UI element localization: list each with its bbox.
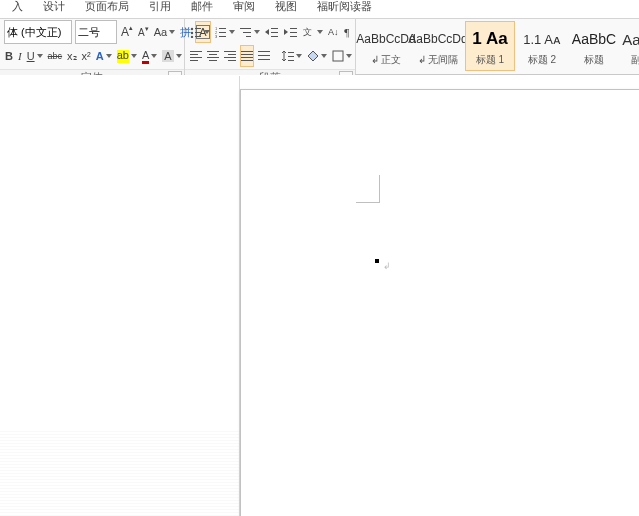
grow-font-button[interactable]: A▴ (120, 21, 134, 43)
svg-rect-43 (288, 52, 294, 53)
svg-rect-25 (190, 54, 198, 55)
style-item-0[interactable]: AaBbCcDd↲ 正文 (361, 21, 411, 71)
align-left-button[interactable] (189, 45, 203, 67)
svg-rect-46 (333, 51, 343, 61)
svg-rect-39 (241, 60, 253, 61)
svg-rect-34 (224, 57, 236, 58)
svg-rect-38 (241, 57, 253, 58)
svg-rect-31 (209, 60, 217, 61)
menu-references[interactable]: 引用 (139, 0, 181, 12)
align-right-button[interactable] (223, 45, 237, 67)
distribute-button[interactable] (257, 45, 271, 67)
sort-button[interactable]: A↓ (327, 21, 340, 43)
style-label: 标题 2 (528, 53, 556, 67)
svg-rect-33 (228, 54, 236, 55)
style-preview: AaBbCcDd (356, 25, 415, 53)
paragraph-group: 123 文 A↓ ¶ 段落 ↘ (185, 19, 356, 74)
text-direction-button[interactable]: 文 (302, 21, 324, 43)
svg-rect-14 (246, 36, 251, 37)
svg-rect-20 (290, 28, 297, 29)
svg-rect-28 (207, 51, 219, 52)
svg-rect-27 (190, 60, 198, 61)
font-name-combo[interactable] (4, 20, 72, 44)
menu-bar: 入 设计 页面布局 引用 邮件 审阅 视图 福昕阅读器 (0, 0, 639, 18)
document-page[interactable]: ↲ (240, 89, 639, 516)
svg-marker-19 (284, 29, 288, 35)
svg-rect-1 (195, 28, 201, 29)
ribbon: A▴ A▾ Aa 拼 A B I U abc x₂ x² A ab A A 字体… (0, 18, 639, 75)
strike-button[interactable]: abc (47, 45, 64, 67)
change-case-button[interactable]: Aa (153, 21, 176, 43)
style-item-4[interactable]: AaBbC标题 (569, 21, 619, 71)
menu-insert[interactable]: 入 (2, 0, 33, 12)
style-label: ↲ 正文 (371, 53, 402, 67)
svg-point-4 (191, 36, 193, 38)
menu-review[interactable]: 审阅 (223, 0, 265, 12)
multilevel-list-button[interactable] (239, 21, 261, 43)
shading-button[interactable] (306, 45, 328, 67)
highlight-button[interactable]: ab (116, 45, 138, 67)
svg-rect-36 (241, 51, 253, 52)
svg-rect-24 (190, 51, 202, 52)
numbering-button[interactable]: 123 (214, 21, 236, 43)
underline-button[interactable]: U (26, 45, 44, 67)
svg-point-2 (191, 32, 193, 34)
style-item-1[interactable]: AaBbCcDd↲ 无间隔 (413, 21, 463, 71)
text-effects-button[interactable]: A (95, 45, 113, 67)
svg-text:文: 文 (303, 27, 312, 37)
style-preview: 1.1 Aᴀ (523, 25, 561, 53)
increase-indent-button[interactable] (283, 21, 299, 43)
menu-foxit-reader[interactable]: 福昕阅读器 (307, 0, 382, 12)
bullets-button[interactable] (189, 21, 211, 43)
superscript-button[interactable]: x² (81, 45, 92, 67)
font-group: A▴ A▾ Aa 拼 A B I U abc x₂ x² A ab A A 字体… (0, 19, 185, 74)
style-item-2[interactable]: 1 Aa标题 1 (465, 21, 515, 71)
borders-button[interactable] (331, 45, 353, 67)
svg-rect-5 (195, 36, 201, 37)
svg-rect-16 (271, 28, 278, 29)
align-center-button[interactable] (206, 45, 220, 67)
svg-rect-40 (258, 51, 270, 52)
svg-rect-13 (243, 32, 251, 33)
svg-rect-22 (290, 36, 297, 37)
svg-rect-45 (288, 60, 294, 61)
style-label: 标题 (584, 53, 604, 67)
svg-rect-42 (258, 59, 270, 60)
svg-rect-41 (258, 55, 270, 56)
style-preview: AaBbCcDd (408, 25, 467, 53)
menu-mailings[interactable]: 邮件 (181, 0, 223, 12)
svg-point-0 (191, 28, 193, 30)
svg-rect-18 (271, 36, 278, 37)
shrink-font-button[interactable]: A▾ (137, 21, 150, 43)
font-size-combo[interactable] (75, 20, 117, 44)
svg-rect-35 (228, 60, 236, 61)
bold-button[interactable]: B (4, 45, 14, 67)
menu-view[interactable]: 视图 (265, 0, 307, 12)
menu-design[interactable]: 设计 (33, 0, 75, 12)
svg-rect-30 (207, 57, 219, 58)
svg-rect-3 (195, 32, 201, 33)
show-marks-button[interactable]: ¶ (343, 21, 351, 43)
italic-button[interactable]: I (17, 45, 23, 67)
subscript-button[interactable]: x₂ (66, 45, 78, 67)
decrease-indent-button[interactable] (264, 21, 280, 43)
style-item-3[interactable]: 1.1 Aᴀ标题 2 (517, 21, 567, 71)
char-shading-button[interactable]: A (161, 45, 182, 67)
paragraph-mark-icon: ↲ (383, 261, 391, 271)
svg-text:3: 3 (215, 34, 218, 38)
justify-button[interactable] (240, 45, 254, 67)
style-label: 标题 1 (476, 53, 504, 67)
style-preview: 1 Aa (472, 25, 507, 53)
menu-page-layout[interactable]: 页面布局 (75, 0, 139, 12)
svg-rect-26 (190, 57, 202, 58)
svg-rect-9 (219, 32, 226, 33)
svg-marker-15 (265, 29, 269, 35)
svg-rect-37 (241, 54, 253, 55)
svg-rect-7 (219, 28, 226, 29)
navigation-pane[interactable] (0, 76, 240, 516)
font-color-button[interactable]: A (141, 45, 158, 67)
line-spacing-button[interactable] (281, 45, 303, 67)
style-item-5[interactable]: AaBbC副标题 (621, 21, 639, 71)
styles-gallery[interactable]: AaBbCcDd↲ 正文AaBbCcDd↲ 无间隔1 Aa标题 11.1 Aᴀ标… (356, 19, 639, 74)
text-cursor-icon (375, 259, 379, 263)
